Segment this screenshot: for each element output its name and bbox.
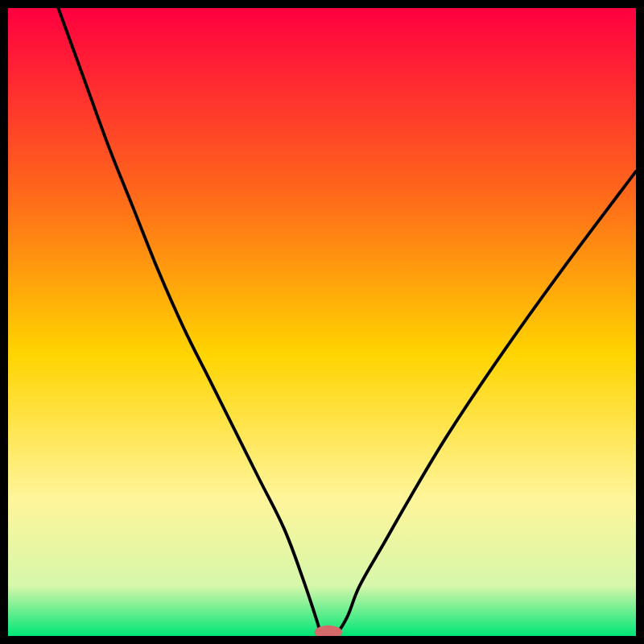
bottleneck-plot bbox=[8, 8, 636, 636]
chart-stage: TheBottleneck.com bbox=[0, 0, 644, 644]
gradient-background bbox=[8, 8, 636, 636]
